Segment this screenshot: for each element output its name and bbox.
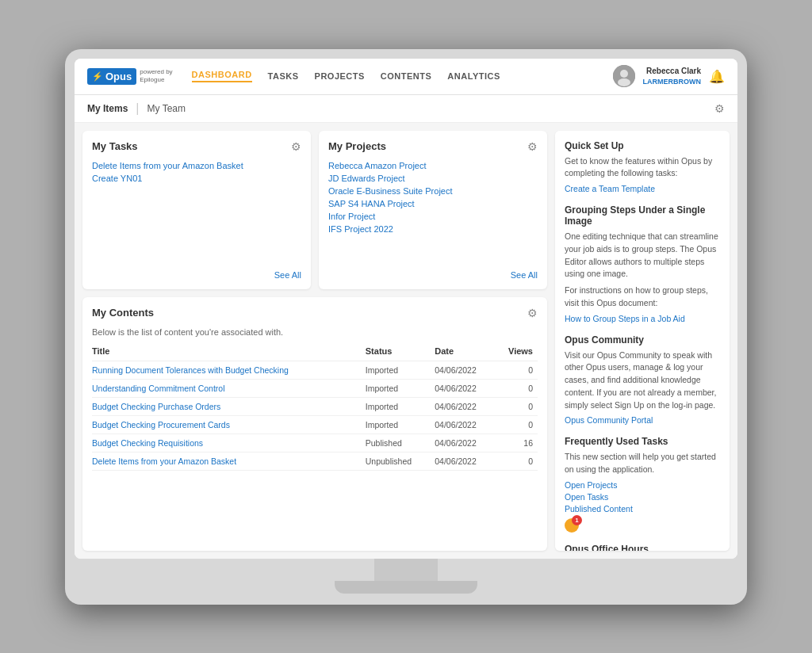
stand-neck (374, 559, 438, 581)
panel-link-opus-community-0[interactable]: Opus Community Portal (565, 415, 720, 425)
nav-links: DASHBOARD TASKS PROJECTS CONTENTS ANALYT… (192, 70, 613, 82)
panel-section-office-hours: Opus Office HoursThe Epilogue Customer S… (565, 544, 720, 551)
subnav-my-items[interactable]: My Items (87, 103, 128, 114)
col-date: Date (435, 343, 498, 361)
left-column: My Tasks ⚙ Delete Items from your Amazon… (82, 131, 547, 551)
panel-link-quick-setup-0[interactable]: Create a Team Template (565, 184, 720, 193)
content-status-4: Published (366, 433, 435, 452)
col-title: Title (92, 343, 366, 361)
content-date-0: 04/06/2022 (435, 361, 498, 379)
top-cards-row: My Tasks ⚙ Delete Items from your Amazon… (82, 131, 547, 289)
content-title-3[interactable]: Budget Checking Procurement Cards (92, 415, 366, 433)
panel-text-opus-community: Visit our Opus Community to speak with o… (565, 349, 720, 412)
project-item-4[interactable]: Infor Project (328, 212, 538, 221)
right-panel: Quick Set UpGet to know the features wit… (555, 131, 730, 551)
content-date-3: 04/06/2022 (435, 415, 498, 433)
panel-link-frequently-used-2[interactable]: Published Content (565, 504, 720, 514)
subnav-gear-icon[interactable]: ⚙ (714, 102, 725, 115)
project-item-5[interactable]: IFS Project 2022 (328, 224, 538, 234)
panel-text-grouping-steps: One editing technique that can streamlin… (565, 231, 720, 281)
my-contents-header: My Contents ⚙ (92, 307, 538, 319)
panel-section-grouping-steps: Grouping Steps Under a Single ImageOne e… (565, 204, 720, 323)
notification-dot: 1 (565, 518, 579, 533)
contents-subtitle: Below is the list of content you're asso… (92, 327, 538, 337)
nav-analytics[interactable]: ANALYTICS (447, 71, 500, 81)
panel-title-grouping-steps: Grouping Steps Under a Single Image (565, 204, 720, 227)
content-status-3: Imported (366, 415, 435, 433)
nav-right: Rebecca Clark LARMERBROWN 🔔 (613, 65, 726, 87)
subnav-my-team[interactable]: My Team (147, 103, 186, 114)
panel-link-frequently-used-1[interactable]: Open Tasks (565, 492, 720, 502)
user-org: LARMERBROWN (643, 77, 702, 87)
notification-bell-icon[interactable]: 🔔 (709, 69, 725, 84)
content-views-5: 0 (498, 452, 538, 470)
tasks-gear-icon[interactable]: ⚙ (291, 140, 301, 153)
projects-see-all[interactable]: See All (328, 270, 538, 280)
my-tasks-title: My Tasks (92, 140, 138, 152)
table-row: Running Document Tolerances with Budget … (92, 361, 538, 379)
content-title-2[interactable]: Budget Checking Purchase Orders (92, 397, 366, 415)
content-date-2: 04/06/2022 (435, 397, 498, 415)
content-views-1: 0 (498, 379, 538, 397)
project-item-1[interactable]: JD Edwards Project (328, 174, 538, 183)
avatar (613, 65, 635, 87)
my-projects-header: My Projects ⚙ (328, 140, 538, 153)
panel-text-quick-setup: Get to know the features within Opus by … (565, 155, 720, 181)
content-status-5: Unpublished (366, 452, 435, 470)
panel-title-quick-setup: Quick Set Up (565, 140, 720, 151)
user-name: Rebecca Clark (643, 66, 702, 77)
lightning-icon: ⚡ (92, 71, 103, 82)
nav-tasks[interactable]: TASKS (268, 71, 299, 81)
content-title-0[interactable]: Running Document Tolerances with Budget … (92, 361, 366, 379)
panel-text-grouping-steps: For instructions on how to group steps, … (565, 284, 720, 310)
content-status-0: Imported (366, 361, 435, 379)
contents-gear-icon[interactable]: ⚙ (527, 307, 538, 319)
table-row: Budget Checking Procurement Cards Import… (92, 415, 538, 433)
content-title-1[interactable]: Understanding Commitment Control (92, 379, 366, 397)
nav-contents[interactable]: CONTENTS (381, 71, 432, 81)
panel-title-frequently-used: Frequently Used Tasks (565, 436, 720, 447)
panel-link-grouping-steps-0[interactable]: How to Group Steps in a Job Aid (565, 314, 720, 323)
content-views-4: 16 (498, 433, 538, 452)
content-status-1: Imported (366, 379, 435, 397)
sub-navigation: My Items | My Team ⚙ (75, 95, 737, 123)
content-date-1: 04/06/2022 (435, 379, 498, 397)
my-tasks-card: My Tasks ⚙ Delete Items from your Amazon… (82, 131, 311, 289)
table-row: Budget Checking Purchase Orders Imported… (92, 397, 538, 415)
badge-count: 1 (572, 515, 582, 525)
right-column: Quick Set UpGet to know the features wit… (555, 131, 730, 551)
logo: ⚡ Opus powered byEpilogue (87, 68, 173, 85)
project-item-0[interactable]: Rebecca Amazon Project (328, 161, 538, 170)
tasks-see-all[interactable]: See All (92, 270, 301, 280)
panel-text-frequently-used: This new section will help you get start… (565, 451, 720, 476)
content-views-0: 0 (498, 361, 538, 379)
task-item-1[interactable]: Create YN01 (92, 174, 301, 183)
table-row: Budget Checking Requisitions Published 0… (92, 433, 538, 452)
project-item-2[interactable]: Oracle E-Business Suite Project (328, 186, 538, 196)
content-title-4[interactable]: Budget Checking Requisitions (92, 433, 366, 452)
table-row: Understanding Commitment Control Importe… (92, 379, 538, 397)
nav-projects[interactable]: PROJECTS (315, 71, 365, 81)
my-projects-card: My Projects ⚙ Rebecca Amazon Project JD … (319, 131, 547, 289)
panel-section-frequently-used: Frequently Used TasksThis new section wi… (565, 436, 720, 533)
project-item-3[interactable]: SAP S4 HANA Project (328, 199, 538, 208)
panel-title-office-hours: Opus Office Hours (565, 544, 720, 551)
svg-point-1 (620, 70, 628, 78)
top-navigation: ⚡ Opus powered byEpilogue DASHBOARD TASK… (75, 59, 737, 95)
panel-title-opus-community: Opus Community (565, 334, 720, 346)
monitor-stand (75, 559, 737, 605)
panel-section-opus-community: Opus CommunityVisit our Opus Community t… (565, 334, 720, 426)
my-projects-title: My Projects (328, 140, 386, 152)
col-views: Views (498, 343, 538, 361)
nav-dashboard[interactable]: DASHBOARD (192, 70, 252, 82)
subnav-separator: | (136, 101, 139, 116)
projects-gear-icon[interactable]: ⚙ (527, 140, 538, 153)
my-contents-title: My Contents (92, 307, 154, 319)
my-contents-card: My Contents ⚙ Below is the list of conte… (82, 297, 547, 551)
content-title-5[interactable]: Delete Items from your Amazon Basket (92, 452, 366, 470)
contents-table: Title Status Date Views Running Document… (92, 343, 538, 471)
app-tagline: powered byEpilogue (140, 68, 172, 83)
content-status-2: Imported (366, 397, 435, 415)
panel-link-frequently-used-0[interactable]: Open Projects (565, 480, 720, 490)
task-item-0[interactable]: Delete Items from your Amazon Basket (92, 161, 301, 170)
